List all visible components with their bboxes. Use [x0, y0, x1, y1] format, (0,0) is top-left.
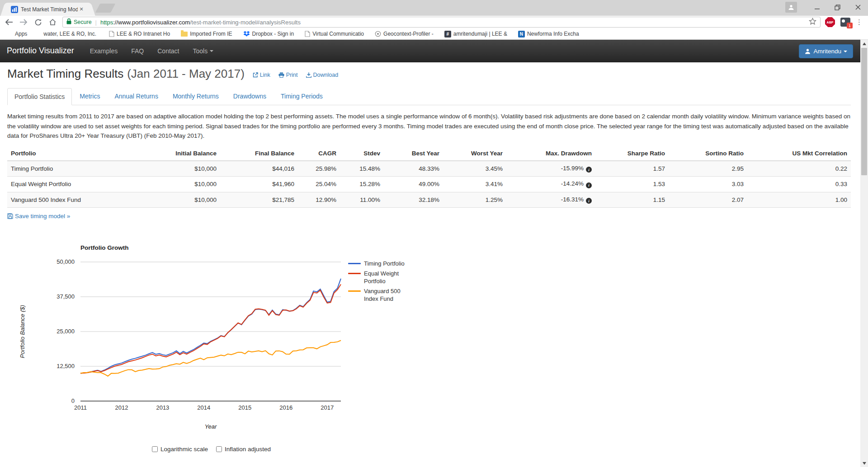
- chart-line-2: [80, 341, 341, 376]
- tab-timing-periods[interactable]: Timing Periods: [274, 88, 330, 105]
- nav-tools[interactable]: Tools: [186, 40, 220, 62]
- inflation-adjusted-option[interactable]: Inflation adjusted: [216, 446, 271, 453]
- logarithmic-scale-option[interactable]: Logarithmic scale: [152, 446, 208, 453]
- table-header-row: PortfolioInitial BalanceFinal BalanceCAG…: [7, 146, 851, 161]
- bookmark-apps[interactable]: Apps: [6, 31, 27, 37]
- legend-item-equal-weight: Equal Weight Portfolio: [348, 270, 409, 285]
- page-title: Market Timing Results: [7, 67, 123, 81]
- bookmark-star-icon[interactable]: [809, 18, 816, 27]
- window-minimize-button[interactable]: [807, 0, 827, 14]
- bookmark-newforma[interactable]: N Newforma Info Excha: [518, 31, 579, 37]
- nav-contact[interactable]: Contact: [151, 40, 186, 62]
- extension-badge: 1: [847, 23, 853, 28]
- secure-label: Secure: [74, 19, 92, 25]
- page-icon: [109, 31, 114, 37]
- table-row: Timing Portfolio$10,000$44,01625.98%15.4…: [7, 161, 851, 177]
- legend-swatch: [348, 290, 361, 292]
- bookmarks-bar: Apps water, LEE & RO, Inc. LEE & RO Intr…: [0, 28, 868, 40]
- browser-address-bar: Secure | https://www.portfoliovisualizer…: [0, 16, 868, 28]
- folder-icon: [181, 32, 188, 37]
- home-button-icon[interactable]: [47, 17, 58, 28]
- table-row: Vanguard 500 Index Fund$10,000$21,78512.…: [7, 192, 851, 208]
- scrollbar-thumb[interactable]: [861, 48, 867, 175]
- link-action[interactable]: Link: [253, 72, 270, 78]
- refresh-button-icon[interactable]: [33, 17, 43, 28]
- table-row: Equal Weight Portfolio$10,000$41,96025.0…: [7, 177, 851, 192]
- logarithmic-scale-checkbox[interactable]: [152, 446, 158, 452]
- legend-item-vanguard: Vanguard 500 Index Fund: [348, 287, 409, 303]
- info-icon[interactable]: [586, 167, 592, 173]
- hash-icon: #: [444, 31, 451, 37]
- print-action[interactable]: Print: [278, 72, 298, 78]
- external-link-icon: [253, 72, 258, 78]
- back-button-icon[interactable]: [4, 17, 14, 28]
- legend-swatch: [348, 273, 361, 274]
- scrollbar-up-arrow[interactable]: [860, 40, 868, 47]
- chart-legend: Timing Portfolio Equal Weight Portfolio …: [348, 260, 409, 303]
- chart-options: Logarithmic scale Inflation adjusted: [152, 446, 279, 453]
- model-description: Market timing results from 2011 to 2017 …: [7, 112, 851, 141]
- bookmark-amritendumaji[interactable]: # amritendumaji | LEE &: [444, 31, 507, 37]
- url-text: https://www.portfoliovisualizer.com/test…: [100, 19, 809, 26]
- forward-button-icon[interactable]: [18, 17, 29, 28]
- save-timing-model-link[interactable]: Save timing model »: [7, 213, 70, 219]
- page-title-range: (Jan 2011 - May 2017): [127, 67, 245, 81]
- x-axis-title: Year: [197, 423, 224, 430]
- tab-title: Test Market Timing Mod: [21, 6, 78, 13]
- portfolio-stats-table: PortfolioInitial BalanceFinal BalanceCAG…: [7, 146, 851, 208]
- window-restore-button[interactable]: [827, 0, 848, 14]
- tab-close-icon[interactable]: ✕: [78, 6, 85, 13]
- save-icon: [7, 213, 13, 219]
- nav-examples[interactable]: Examples: [83, 40, 124, 62]
- extension-icon[interactable]: 1: [840, 18, 850, 27]
- download-action[interactable]: Download: [306, 72, 339, 78]
- info-icon[interactable]: [586, 198, 592, 204]
- y-axis-title: Portfolio Balance ($): [18, 262, 26, 401]
- adblock-extension-icon[interactable]: ABP: [825, 17, 835, 27]
- tab-annual-returns[interactable]: Annual Returns: [108, 88, 165, 105]
- url-omnibox[interactable]: Secure | https://www.portfoliovisualizer…: [62, 17, 821, 28]
- tab-metrics[interactable]: Metrics: [73, 88, 107, 105]
- results-tabs: Portfolio Statistics Metrics Annual Retu…: [7, 88, 851, 105]
- legend-swatch: [348, 263, 361, 264]
- user-icon: [805, 48, 811, 54]
- tab-drawdowns[interactable]: Drawdowns: [226, 88, 273, 105]
- globe-icon: [375, 31, 381, 37]
- bookmark-item[interactable]: water, LEE & RO, Inc.: [43, 31, 96, 37]
- chart-line-0: [80, 279, 341, 374]
- chart-line-1: [80, 285, 341, 374]
- page-content: Market Timing Results (Jan 2011 - May 20…: [0, 62, 860, 467]
- printer-icon: [278, 72, 284, 78]
- page-icon: [305, 31, 310, 37]
- nav-faq[interactable]: FAQ: [124, 40, 151, 62]
- browser-tab-bar: Test Market Timing Mod ✕: [0, 0, 868, 16]
- bookmark-geocontext[interactable]: Geocontext-Profiler -: [375, 31, 434, 37]
- site-favicon-icon: [11, 6, 18, 13]
- chrome-profile-button[interactable]: [785, 2, 797, 13]
- secure-lock-icon: [66, 18, 71, 26]
- user-menu-button[interactable]: Amritendu: [799, 44, 853, 58]
- tab-portfolio-statistics[interactable]: Portfolio Statistics: [7, 88, 72, 105]
- chrome-menu-icon[interactable]: ⋮: [856, 18, 863, 26]
- portfolio-growth-chart: Portfolio Growth 50,00037,50025,00012,50…: [0, 242, 452, 467]
- window-close-button[interactable]: [848, 0, 868, 14]
- brand-link[interactable]: Portfolio Visualizer: [7, 46, 74, 56]
- download-icon: [306, 72, 311, 78]
- site-navbar: Portfolio Visualizer Examples FAQ Contac…: [0, 40, 868, 62]
- omnibox-divider: |: [95, 19, 97, 26]
- inflation-adjusted-checkbox[interactable]: [216, 446, 222, 452]
- new-tab-button[interactable]: [95, 4, 116, 13]
- bookmark-dropbox[interactable]: Dropbox - Sign in: [243, 31, 294, 37]
- tab-monthly-returns[interactable]: Monthly Returns: [166, 88, 226, 105]
- browser-tab[interactable]: Test Market Timing Mod ✕: [7, 3, 89, 16]
- bookmark-item[interactable]: Virtual Communicatio: [305, 31, 364, 37]
- dropbox-icon: [243, 31, 250, 37]
- caret-down-icon: [844, 51, 847, 52]
- bookmark-item[interactable]: LEE & RO Intranet Ho: [109, 31, 170, 37]
- page-scrollbar[interactable]: [860, 40, 868, 467]
- newforma-icon: N: [518, 31, 525, 37]
- scrollbar-down-arrow[interactable]: [860, 459, 868, 467]
- info-icon[interactable]: [586, 182, 592, 188]
- caret-down-icon: [210, 50, 213, 52]
- bookmark-folder-imported[interactable]: Imported From IE: [181, 31, 232, 37]
